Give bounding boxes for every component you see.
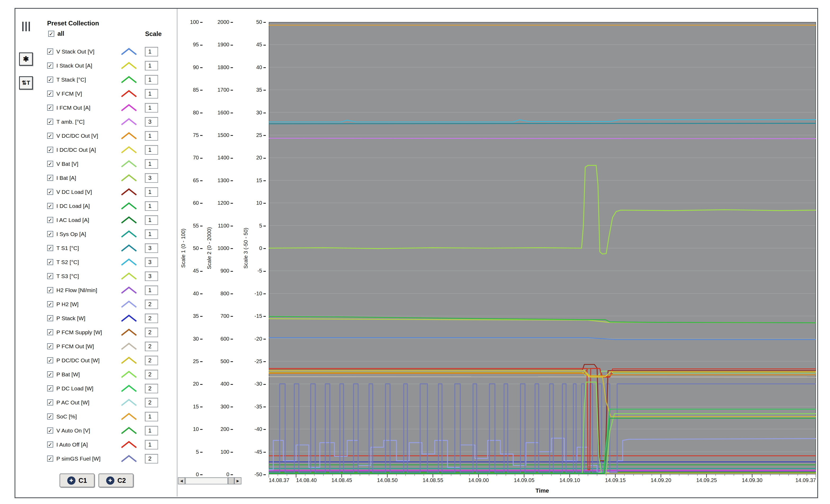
signal-scale-input[interactable]: 1 — [145, 145, 158, 155]
signal-checkbox[interactable]: ✓ — [47, 231, 53, 237]
signal-line-sample-icon[interactable] — [121, 61, 137, 70]
signal-scale-input[interactable]: 1 — [145, 440, 158, 449]
signal-line-sample-icon[interactable] — [121, 201, 137, 211]
signal-scale-input[interactable]: 2 — [145, 384, 158, 393]
signal-checkbox[interactable]: ✓ — [47, 301, 53, 307]
signal-line-sample-icon[interactable] — [121, 146, 137, 154]
signal-line-sample-icon[interactable] — [121, 159, 137, 168]
signal-scale-input[interactable]: 2 — [145, 370, 158, 379]
signal-scale-input[interactable]: 1 — [145, 131, 158, 140]
signal-line-sample-icon[interactable] — [121, 412, 137, 421]
signal-line-sample-icon[interactable] — [121, 89, 137, 98]
signal-scale-input[interactable]: 1 — [145, 159, 158, 169]
signal-line-sample-icon[interactable] — [121, 328, 137, 337]
signal-line-sample-icon[interactable] — [121, 286, 137, 295]
signal-line-sample-icon[interactable] — [121, 440, 137, 449]
signal-line-sample-icon[interactable] — [121, 342, 137, 351]
signal-checkbox[interactable]: ✓ — [47, 203, 53, 209]
signal-scale-input[interactable]: 1 — [145, 187, 158, 197]
signal-scale-input[interactable]: 1 — [145, 89, 158, 98]
signal-checkbox[interactable]: ✓ — [47, 119, 53, 125]
c1-button[interactable]: ✚ C1 — [60, 474, 95, 487]
signal-checkbox[interactable]: ✓ — [47, 63, 53, 69]
signal-scale-input[interactable]: 3 — [145, 257, 158, 267]
waveform-chart[interactable] — [269, 22, 816, 479]
signal-scale-input[interactable]: 1 — [145, 61, 158, 70]
sort-button[interactable]: ⇅T — [19, 76, 33, 90]
signal-checkbox[interactable]: ✓ — [47, 133, 53, 139]
signal-scale-input[interactable]: 2 — [145, 454, 158, 464]
signal-line-sample-icon[interactable] — [121, 258, 137, 267]
signal-scale-input[interactable]: 2 — [145, 398, 158, 407]
signal-scale-input[interactable]: 1 — [145, 412, 158, 421]
signal-line-sample-icon[interactable] — [121, 370, 137, 379]
signal-checkbox[interactable]: ✓ — [47, 371, 53, 377]
signal-checkbox[interactable]: ✓ — [47, 399, 53, 406]
signal-line-sample-icon[interactable] — [121, 131, 137, 140]
snowflake-button[interactable]: ✱ — [19, 53, 33, 66]
signal-checkbox[interactable]: ✓ — [47, 329, 53, 335]
signal-checkbox[interactable]: ✓ — [47, 49, 53, 55]
signal-scale-input[interactable]: 3 — [145, 173, 158, 183]
signal-line-sample-icon[interactable] — [121, 272, 137, 281]
signal-checkbox[interactable]: ✓ — [47, 343, 53, 349]
select-all-checkbox[interactable]: ✓ — [48, 31, 54, 37]
signal-line-sample-icon[interactable] — [121, 75, 137, 84]
scroll-right-button[interactable]: ▶ — [234, 477, 242, 484]
signal-scale-input[interactable]: 3 — [145, 243, 158, 253]
signal-line-sample-icon[interactable] — [121, 117, 137, 126]
signal-scale-input[interactable]: 1 — [145, 103, 158, 113]
signal-line-sample-icon[interactable] — [121, 47, 137, 56]
signal-scale-input[interactable]: 1 — [145, 75, 158, 85]
drag-handle-icon[interactable] — [22, 22, 30, 31]
signal-line-sample-icon[interactable] — [121, 188, 137, 196]
signal-checkbox[interactable]: ✓ — [47, 105, 53, 111]
signal-checkbox[interactable]: ✓ — [47, 428, 53, 434]
signal-line-sample-icon[interactable] — [121, 216, 137, 225]
signal-scale-input[interactable]: 1 — [145, 215, 158, 225]
signal-scale-input[interactable]: 2 — [145, 356, 158, 365]
signal-line-sample-icon[interactable] — [121, 384, 137, 393]
signal-scale-input[interactable]: 1 — [145, 229, 158, 239]
signal-scale-input[interactable]: 1 — [145, 47, 158, 56]
signal-checkbox[interactable]: ✓ — [47, 441, 53, 448]
signal-scale-input[interactable]: 2 — [145, 300, 158, 309]
chart-hscrollbar[interactable]: ◀ ▶ — [178, 477, 242, 484]
scroll-track[interactable] — [185, 477, 228, 484]
signal-checkbox[interactable]: ✓ — [47, 189, 53, 195]
c2-button[interactable]: ✚ C2 — [98, 474, 133, 487]
signal-scale-input[interactable]: 2 — [145, 342, 158, 351]
signal-scale-input[interactable]: 3 — [145, 272, 158, 281]
signal-line-sample-icon[interactable] — [121, 454, 137, 463]
signal-line-sample-icon[interactable] — [121, 398, 137, 407]
signal-checkbox[interactable]: ✓ — [47, 287, 53, 293]
signal-checkbox[interactable]: ✓ — [47, 385, 53, 391]
signal-line-sample-icon[interactable] — [121, 230, 137, 239]
signal-scale-input[interactable]: 2 — [145, 314, 158, 323]
signal-line-sample-icon[interactable] — [121, 174, 137, 183]
signal-line-sample-icon[interactable] — [121, 103, 137, 112]
signal-checkbox[interactable]: ✓ — [47, 357, 53, 364]
signal-checkbox[interactable]: ✓ — [47, 413, 53, 419]
scroll-thumb[interactable] — [228, 477, 234, 484]
signal-checkbox[interactable]: ✓ — [47, 147, 53, 153]
signal-scale-input[interactable]: 1 — [145, 201, 158, 211]
signal-line-sample-icon[interactable] — [121, 356, 137, 365]
signal-checkbox[interactable]: ✓ — [47, 273, 53, 279]
signal-checkbox[interactable]: ✓ — [47, 217, 53, 223]
signal-line-sample-icon[interactable] — [121, 314, 137, 323]
signal-scale-input[interactable]: 1 — [145, 285, 158, 295]
signal-checkbox[interactable]: ✓ — [47, 91, 53, 97]
signal-scale-input[interactable]: 2 — [145, 327, 158, 337]
signal-checkbox[interactable]: ✓ — [47, 315, 53, 321]
signal-scale-input[interactable]: 3 — [145, 117, 158, 127]
signal-checkbox[interactable]: ✓ — [47, 76, 53, 83]
signal-checkbox[interactable]: ✓ — [47, 161, 53, 167]
signal-line-sample-icon[interactable] — [121, 244, 137, 253]
signal-line-sample-icon[interactable] — [121, 300, 137, 309]
signal-scale-input[interactable]: 1 — [145, 426, 158, 435]
signal-checkbox[interactable]: ✓ — [47, 175, 53, 181]
scroll-left-button[interactable]: ◀ — [178, 477, 185, 484]
signal-checkbox[interactable]: ✓ — [47, 245, 53, 251]
signal-checkbox[interactable]: ✓ — [47, 259, 53, 265]
